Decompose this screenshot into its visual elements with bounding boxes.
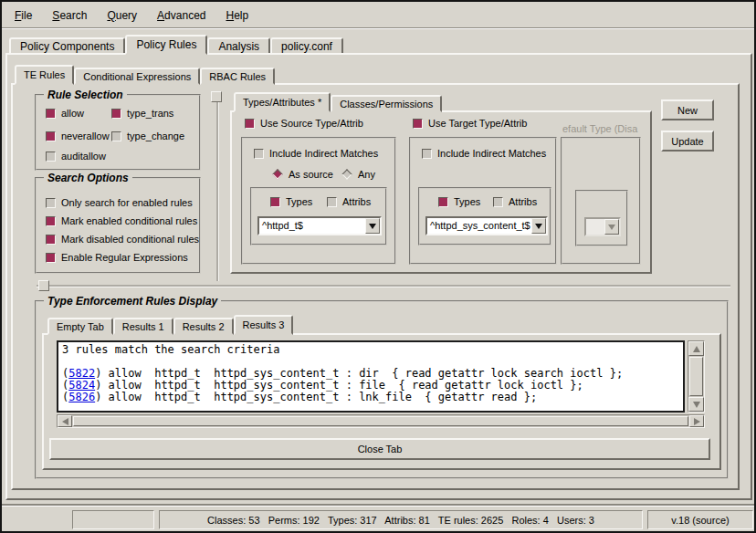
- source-types-frame: Types Attribs ^httpd_t$: [250, 187, 387, 246]
- menu-file[interactable]: File: [15, 9, 32, 22]
- update-button[interactable]: Update: [661, 131, 714, 152]
- checkbox-only-enabled[interactable]: Only search for enabled rules: [46, 197, 193, 208]
- sub-tabbar: TE Rules Conditional Expressions RBAC Ru…: [15, 65, 275, 85]
- statusbar-stats: Classes: 53 Perms: 192 Types: 317 Attrib…: [159, 510, 643, 529]
- rule-link[interactable]: 5824: [68, 379, 95, 392]
- tab-policy-rules[interactable]: Policy Rules: [125, 35, 207, 55]
- menu-help[interactable]: Help: [226, 9, 248, 22]
- tab-types-attributes[interactable]: Types/Attributes *: [234, 92, 331, 112]
- checkbox-indicator: [111, 131, 121, 141]
- checkbox-type-trans[interactable]: type_trans: [111, 108, 173, 119]
- scroll-left-arrow-icon[interactable]: [58, 415, 72, 427]
- checkbox-indicator: [46, 216, 56, 226]
- checkbox-auditallow[interactable]: auditallow: [46, 151, 106, 162]
- apol-window: File Search Query Advanced Help Policy C…: [0, 0, 756, 533]
- checkbox-mark-disabled[interactable]: Mark disabled conditional rules: [46, 234, 199, 245]
- scroll-right-arrow-icon[interactable]: [689, 415, 704, 427]
- results-horizontal-scrollbar[interactable]: [57, 414, 705, 428]
- target-type-combo-value: ^httpd_sys_content_t$: [427, 218, 531, 234]
- checkbox-source-attribs[interactable]: Attribs: [327, 196, 371, 207]
- results-text[interactable]: 3 rules match the search criteria (5822)…: [57, 340, 685, 413]
- rule-selection-title: Rule Selection: [44, 89, 127, 101]
- close-tab-button[interactable]: Close Tab: [49, 438, 710, 460]
- search-options-group: Search Options Only search for enabled r…: [35, 177, 201, 274]
- dropdown-arrow-icon[interactable]: [531, 218, 546, 234]
- checkbox-neverallow[interactable]: neverallow: [46, 131, 110, 141]
- checkbox-target-attribs[interactable]: Attribs: [493, 196, 537, 207]
- checkbox-type-change[interactable]: type_change: [111, 131, 184, 141]
- checkbox-indicator: [327, 197, 337, 207]
- checkbox-target-indirect[interactable]: Include Indirect Matches: [422, 148, 546, 159]
- vertical-sash[interactable]: [216, 91, 218, 281]
- checkbox-indicator: [245, 119, 255, 129]
- vertical-scroll-thumb[interactable]: [689, 357, 703, 396]
- checkbox-source-types[interactable]: Types: [270, 196, 312, 207]
- rule-link[interactable]: 5822: [68, 367, 95, 380]
- new-button[interactable]: New: [661, 99, 714, 120]
- menu-search[interactable]: Search: [52, 9, 87, 22]
- tab-results-1[interactable]: Results 1: [113, 318, 173, 335]
- vertical-sash-handle[interactable]: [211, 91, 222, 102]
- radio-indicator: [341, 169, 352, 179]
- checkbox-indicator: [493, 197, 503, 207]
- rule-selection-group: Rule Selection allow type_trans neverall…: [35, 94, 201, 171]
- rule-link[interactable]: 5826: [68, 391, 95, 403]
- horizontal-scroll-thumb[interactable]: [73, 416, 688, 426]
- dropdown-arrow-icon[interactable]: [365, 218, 380, 234]
- tab-classes-permissions[interactable]: Classes/Permissions: [331, 95, 442, 112]
- tab-results-3[interactable]: Results 3: [234, 315, 294, 335]
- checkbox-use-source[interactable]: Use Source Type/Attrib: [245, 118, 363, 129]
- types-attribs-tabbar: Types/Attributes * Classes/Permissions: [234, 92, 442, 112]
- checkbox-indicator: [413, 119, 423, 129]
- statusbar-empty-cell: [72, 510, 154, 529]
- radio-any[interactable]: Any: [341, 169, 375, 180]
- checkbox-indicator: [46, 152, 56, 162]
- checkbox-use-target[interactable]: Use Target Type/Attrib: [413, 118, 527, 129]
- source-type-combo-value: ^httpd_t$: [259, 218, 365, 234]
- checkbox-target-types[interactable]: Types: [438, 196, 480, 207]
- checkbox-source-indirect[interactable]: Include Indirect Matches: [254, 148, 378, 159]
- target-type-combo[interactable]: ^httpd_sys_content_t$: [425, 216, 548, 235]
- tab-te-rules[interactable]: TE Rules: [15, 65, 74, 85]
- horizontal-sash-handle[interactable]: [38, 280, 49, 291]
- tab-results-2[interactable]: Results 2: [173, 318, 234, 335]
- tab-empty[interactable]: Empty Tab: [47, 318, 113, 335]
- default-type-combo: [584, 217, 621, 236]
- tab-conditional-expressions[interactable]: Conditional Expressions: [74, 68, 200, 85]
- radio-indicator: [272, 169, 282, 179]
- menubar: File Search Query Advanced Help: [2, 4, 754, 27]
- checkbox-mark-enabled[interactable]: Mark enabled conditional rules: [46, 215, 197, 226]
- checkbox-indicator: [422, 149, 432, 159]
- menu-advanced[interactable]: Advanced: [157, 9, 205, 22]
- checkbox-indicator: [438, 197, 448, 207]
- checkbox-indicator: [254, 149, 264, 159]
- dropdown-arrow-icon: [604, 219, 619, 235]
- source-type-combo[interactable]: ^httpd_t$: [257, 216, 382, 235]
- results-vertical-scrollbar[interactable]: [688, 340, 705, 413]
- checkbox-indicator: [46, 235, 56, 245]
- main-tabbar: Policy Components Policy Rules Analysis …: [9, 35, 343, 55]
- rule-line: (5826) allow httpd_t httpd_sys_content_t…: [62, 392, 679, 403]
- checkbox-regex[interactable]: Enable Regular Expressions: [46, 252, 188, 263]
- horizontal-sash[interactable]: [37, 285, 730, 287]
- checkbox-indicator: [46, 109, 56, 119]
- tab-rbac-rules[interactable]: RBAC Rules: [200, 68, 275, 85]
- checkbox-allow[interactable]: allow: [46, 108, 84, 119]
- default-type-frame: [561, 137, 641, 265]
- checkbox-indicator: [111, 109, 121, 119]
- default-type-inner-frame: [575, 190, 628, 246]
- te-rules-display-title: Type Enforcement Rules Display: [44, 295, 221, 308]
- scroll-down-arrow-icon[interactable]: [688, 397, 704, 412]
- target-frame: Include Indirect Matches Types Attribs ^…: [409, 137, 557, 265]
- default-type-label: efault Type (Disa: [562, 123, 639, 134]
- radio-as-source[interactable]: As source: [272, 169, 333, 180]
- source-frame: Include Indirect Matches As source Any T…: [241, 137, 396, 265]
- results-summary: 3 rules match the search criteria: [62, 344, 679, 356]
- default-type-combo-value: [586, 219, 604, 235]
- search-options-title: Search Options: [44, 172, 132, 184]
- checkbox-indicator: [46, 131, 56, 141]
- statusbar-divider: [2, 504, 754, 506]
- menu-query[interactable]: Query: [107, 9, 137, 22]
- scroll-up-arrow-icon[interactable]: [688, 341, 704, 356]
- results-tabbar: Empty Tab Results 1 Results 2 Results 3: [47, 315, 293, 335]
